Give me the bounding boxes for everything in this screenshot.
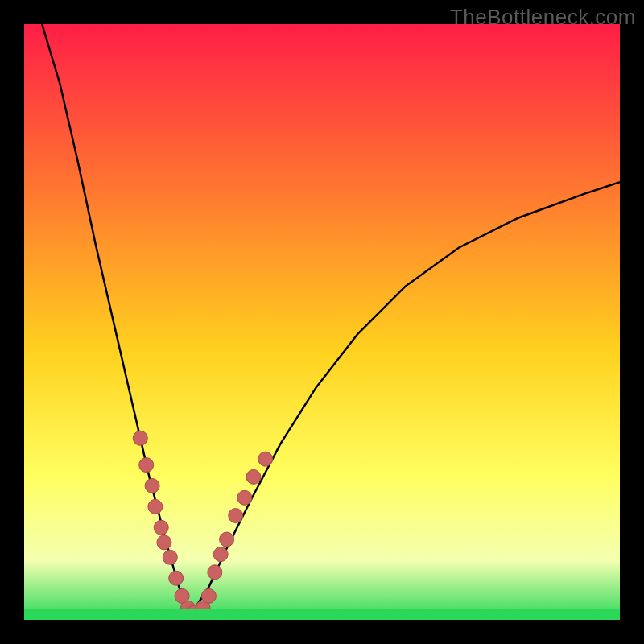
data-marker <box>220 532 234 547</box>
data-marker <box>139 458 154 473</box>
data-marker <box>169 571 184 585</box>
baseline-bar <box>24 609 620 620</box>
chart-container: TheBottleneck.com <box>0 0 644 644</box>
data-marker <box>133 431 147 445</box>
chart-svg <box>24 24 620 620</box>
data-marker <box>157 535 171 550</box>
watermark-text: TheBottleneck.com <box>450 5 636 30</box>
data-marker <box>258 452 273 466</box>
data-marker <box>208 565 222 580</box>
data-marker <box>163 550 177 564</box>
data-marker <box>201 588 216 603</box>
data-marker <box>145 479 159 493</box>
data-marker <box>213 547 228 562</box>
data-marker <box>229 509 243 523</box>
data-marker <box>237 490 252 505</box>
data-marker <box>148 499 163 514</box>
plot-area <box>24 24 620 620</box>
data-marker <box>246 469 261 484</box>
data-marker <box>154 520 168 535</box>
